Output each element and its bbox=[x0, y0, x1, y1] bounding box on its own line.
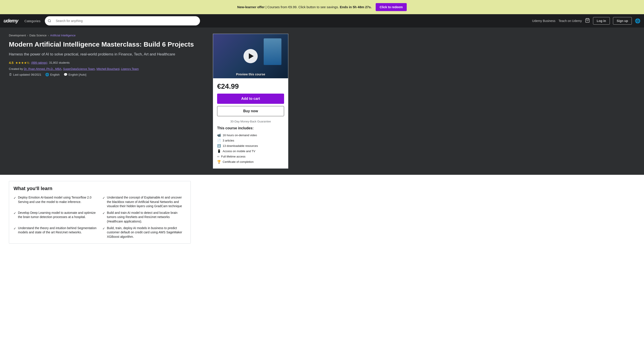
preview-figure bbox=[264, 38, 282, 65]
categories-menu[interactable]: Categories bbox=[22, 18, 42, 24]
learn-item-4: ✓ Understand the theory and intuition be… bbox=[14, 226, 97, 239]
course-preview[interactable]: Preview this course bbox=[213, 34, 288, 78]
includes-list: 📹 16 hours on-demand video 📄 3 articles … bbox=[217, 132, 284, 164]
learn-item-1: ✓ Understand the concept of Explainable … bbox=[102, 196, 186, 208]
svg-point-0 bbox=[48, 20, 50, 22]
cart-icon[interactable] bbox=[585, 18, 590, 24]
banner-offer-label: New-learner offer bbox=[237, 5, 264, 9]
hero-section: Development › Data Science › Artificial … bbox=[0, 28, 644, 175]
articles-icon: 📄 bbox=[217, 139, 221, 142]
check-icon-2: ✓ bbox=[14, 211, 16, 216]
include-video-text: 16 hours on-demand video bbox=[223, 134, 257, 137]
language-item: 🌐 English bbox=[45, 73, 60, 76]
search-input[interactable] bbox=[54, 19, 200, 22]
learn-item-3: ✓ Build and train AI model to detect and… bbox=[102, 211, 186, 224]
student-count: 31,802 students bbox=[49, 61, 70, 64]
check-icon-0: ✓ bbox=[14, 196, 16, 200]
include-certificate-text: Certificate of completion bbox=[223, 160, 254, 164]
check-icon-3: ✓ bbox=[102, 211, 105, 216]
teach-on-udemy-link[interactable]: Teach on Udemy bbox=[558, 19, 582, 22]
banner-offer-text: Courses from €9.99. Click button to see … bbox=[267, 5, 339, 9]
language-icon: 🌐 bbox=[45, 73, 49, 76]
include-item-mobile: 📱 Access on mobile and TV bbox=[217, 148, 284, 154]
breadcrumb-sep-2: › bbox=[48, 34, 49, 37]
captions-item: 💬 English [Auto] bbox=[64, 73, 86, 76]
language-value: English bbox=[50, 73, 60, 76]
author-superdatascience[interactable]: SuperDataScience Team bbox=[63, 67, 95, 70]
learn-item-0: ✓ Deploy Emotion AI-based model using Te… bbox=[14, 196, 97, 208]
learn-item-5: ✓ Build, train, deploy AI models in busi… bbox=[102, 226, 186, 239]
course-meta: 🗓 Last updated 06/2021 🌐 English 💬 Engli… bbox=[9, 73, 208, 76]
learn-item-text-2: Develop Deep Learning model to automate … bbox=[18, 211, 97, 219]
include-mobile-text: Access on mobile and TV bbox=[223, 150, 255, 153]
rating-value: 4.5 bbox=[9, 61, 14, 64]
breadcrumb-data-science[interactable]: Data Science bbox=[30, 34, 46, 37]
captions-icon: 💬 bbox=[64, 73, 68, 76]
last-updated-label: Last updated bbox=[13, 73, 30, 76]
search-container bbox=[45, 16, 200, 26]
check-icon-4: ✓ bbox=[14, 226, 16, 231]
download-icon: ⬇️ bbox=[217, 144, 221, 148]
preview-label[interactable]: Preview this course bbox=[213, 72, 288, 76]
include-resources-text: 13 downloadable resources bbox=[223, 144, 258, 148]
learn-item-text-3: Build and train AI model to detect and l… bbox=[107, 211, 186, 224]
buy-now-button[interactable]: Buy now bbox=[217, 106, 284, 116]
signup-button[interactable]: Sign up bbox=[613, 17, 632, 24]
course-title: Modern Artificial Intelligence Mastercla… bbox=[9, 40, 208, 48]
language-globe-icon[interactable]: 🌐 bbox=[635, 18, 640, 24]
what-you-learn-box: What you'll learn ✓ Deploy Emotion AI-ba… bbox=[9, 181, 191, 244]
calendar-icon: 🗓 bbox=[9, 73, 12, 76]
last-updated-value: 06/2021 bbox=[31, 73, 41, 76]
sidebar-body: €24.99 Add to cart Buy now 30-Day Money-… bbox=[213, 78, 288, 168]
top-banner: New-learner offer | Courses from €9.99. … bbox=[0, 0, 644, 14]
created-by: Created by Dr. Ryan Ahmed, Ph.D., MBA, S… bbox=[9, 67, 208, 70]
banner-text: New-learner offer | Courses from €9.99. … bbox=[237, 5, 372, 9]
rating-count[interactable]: (899 ratings) bbox=[31, 61, 48, 64]
captions-value: English [Auto] bbox=[68, 73, 86, 76]
main-content: What you'll learn ✓ Deploy Emotion AI-ba… bbox=[0, 175, 200, 250]
play-button[interactable] bbox=[244, 49, 258, 63]
course-includes-title: This course includes: bbox=[217, 126, 284, 130]
check-icon-1: ✓ bbox=[102, 196, 105, 200]
author-mitchell[interactable]: Mitchell Bouchard bbox=[96, 67, 119, 70]
stars: ★★★★½ bbox=[15, 61, 30, 64]
include-lifetime-text: Full lifetime access bbox=[221, 155, 246, 158]
add-to-cart-button[interactable]: Add to cart bbox=[217, 94, 284, 104]
course-subtitle: Harness the power of AI to solve practic… bbox=[9, 52, 208, 57]
learn-item-text-4: Understand the theory and intuition behi… bbox=[18, 226, 97, 235]
what-learn-title: What you'll learn bbox=[14, 186, 186, 192]
breadcrumb-current: Artificial Intelligence bbox=[50, 34, 76, 37]
author-ryan[interactable]: Dr. Ryan Ahmed, Ph.D., MBA bbox=[24, 67, 62, 70]
last-updated-item: 🗓 Last updated 06/2021 bbox=[9, 73, 41, 76]
money-back-guarantee: 30-Day Money-Back Guarantee bbox=[217, 120, 284, 123]
udemy-logo[interactable]: udemy bbox=[4, 18, 18, 24]
include-item-certificate: 🏆 Certificate of completion bbox=[217, 159, 284, 164]
learn-item-2: ✓ Develop Deep Learning model to automat… bbox=[14, 211, 97, 224]
mobile-icon: 📱 bbox=[217, 149, 221, 153]
include-item-video: 📹 16 hours on-demand video bbox=[217, 132, 284, 138]
banner-timer: 5h 48m 27s bbox=[353, 5, 371, 9]
login-button[interactable]: Log in bbox=[593, 17, 610, 24]
banner-pipe: | bbox=[266, 5, 266, 9]
include-item-articles: 📄 3 articles bbox=[217, 138, 284, 143]
search-form[interactable] bbox=[45, 16, 200, 26]
learn-grid: ✓ Deploy Emotion AI-based model using Te… bbox=[14, 196, 186, 239]
include-articles-text: 3 articles bbox=[223, 139, 234, 142]
breadcrumb-development[interactable]: Development bbox=[9, 34, 26, 37]
learn-item-text-0: Deploy Emotion AI-based model using Tens… bbox=[18, 196, 97, 204]
banner-ends: Ends in 5h 48m 27s. bbox=[340, 5, 372, 9]
search-icon bbox=[45, 19, 54, 22]
hero-content: Development › Data Science › Artificial … bbox=[9, 34, 208, 168]
udemy-business-link[interactable]: Udemy Business bbox=[532, 19, 556, 22]
redeem-button[interactable]: Click to redeem bbox=[376, 3, 407, 11]
include-item-lifetime: ∞ Full lifetime access bbox=[217, 154, 284, 159]
navbar-right: Udemy Business Teach on Udemy Log in Sig… bbox=[532, 17, 640, 24]
check-icon-5: ✓ bbox=[102, 226, 105, 231]
price-tag: €24.99 bbox=[217, 82, 284, 90]
author-ligency[interactable]: Ligency Team bbox=[121, 67, 139, 70]
navbar: udemy Categories Udemy Business Teach on… bbox=[0, 14, 644, 28]
breadcrumb: Development › Data Science › Artificial … bbox=[9, 34, 208, 37]
play-triangle-icon bbox=[249, 53, 254, 59]
certificate-icon: 🏆 bbox=[217, 160, 221, 164]
breadcrumb-sep-1: › bbox=[27, 34, 28, 37]
